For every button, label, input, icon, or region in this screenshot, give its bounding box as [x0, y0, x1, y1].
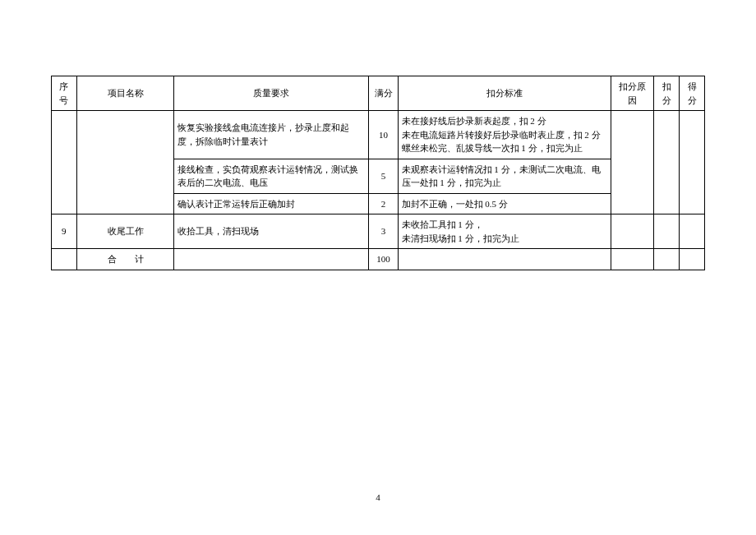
cell-seq: [52, 111, 77, 214]
header-std: 扣分标准: [398, 76, 611, 111]
table-body: 恢复实验接线盒电流连接片，抄录止度和起度，拆除临时计量表计 10 未在接好线后抄…: [52, 111, 705, 270]
table-header-row: 序号 项目名称 质量要求 满分 扣分标准 扣分原因 扣分 得分: [52, 76, 705, 111]
scoring-table: 序号 项目名称 质量要求 满分 扣分标准 扣分原因 扣分 得分 恢复实验接线盒电…: [51, 76, 705, 270]
table-row: 9 收尾工作 收拾工具，清扫现场 3 未收拾工具扣 1 分，未清扫现场扣 1 分…: [52, 214, 705, 249]
cell-req: 收拾工具，清扫现场: [174, 214, 369, 249]
cell-name: [76, 111, 174, 214]
cell-req: 接线检查，实负荷观察表计运转情况，测试换表后的二次电流、电压: [174, 159, 369, 193]
cell-reason: [611, 111, 654, 214]
cell-score: [680, 214, 705, 249]
cell-score: [680, 111, 705, 214]
cell-std: 加封不正确，一处扣 0.5 分: [398, 193, 611, 214]
cell-reason: [611, 214, 654, 249]
cell-std: 未在接好线后抄录新表起度，扣 2 分未在电流短路片转接好后抄录临时表止度，扣 2…: [398, 111, 611, 159]
cell-full: 3: [369, 214, 398, 249]
cell-deduct: [654, 111, 680, 214]
cell-req: 确认表计正常运转后正确加封: [174, 193, 369, 214]
cell-score: [680, 249, 705, 270]
header-score: 得分: [680, 76, 705, 111]
table-header: 序号 项目名称 质量要求 满分 扣分标准 扣分原因 扣分 得分: [52, 76, 705, 111]
header-full: 满分: [369, 76, 398, 111]
header-deduct: 扣分: [654, 76, 680, 111]
cell-name: 合 计: [76, 249, 174, 270]
table-row: 恢复实验接线盒电流连接片，抄录止度和起度，拆除临时计量表计 10 未在接好线后抄…: [52, 111, 705, 159]
header-req: 质量要求: [174, 76, 369, 111]
cell-full: 2: [369, 193, 398, 214]
cell-std: [398, 249, 611, 270]
header-seq: 序号: [52, 76, 77, 111]
cell-full: 10: [369, 111, 398, 159]
cell-req: 恢复实验接线盒电流连接片，抄录止度和起度，拆除临时计量表计: [174, 111, 369, 159]
table-row-total: 合 计 100: [52, 249, 705, 270]
header-name: 项目名称: [76, 76, 174, 111]
cell-req: [174, 249, 369, 270]
page-number: 4: [0, 492, 756, 502]
cell-reason: [611, 249, 654, 270]
cell-full: 5: [369, 159, 398, 193]
cell-seq: [52, 249, 77, 270]
header-reason: 扣分原因: [611, 76, 654, 111]
page-wrapper: 序号 项目名称 质量要求 满分 扣分标准 扣分原因 扣分 得分 恢复实验接线盒电…: [0, 0, 756, 270]
cell-std: 未观察表计运转情况扣 1 分，未测试二次电流、电压一处扣 1 分，扣完为止: [398, 159, 611, 193]
cell-deduct: [654, 214, 680, 249]
cell-seq: 9: [52, 214, 77, 249]
cell-std: 未收拾工具扣 1 分，未清扫现场扣 1 分，扣完为止: [398, 214, 611, 249]
cell-name: 收尾工作: [76, 214, 174, 249]
cell-full: 100: [369, 249, 398, 270]
cell-deduct: [654, 249, 680, 270]
